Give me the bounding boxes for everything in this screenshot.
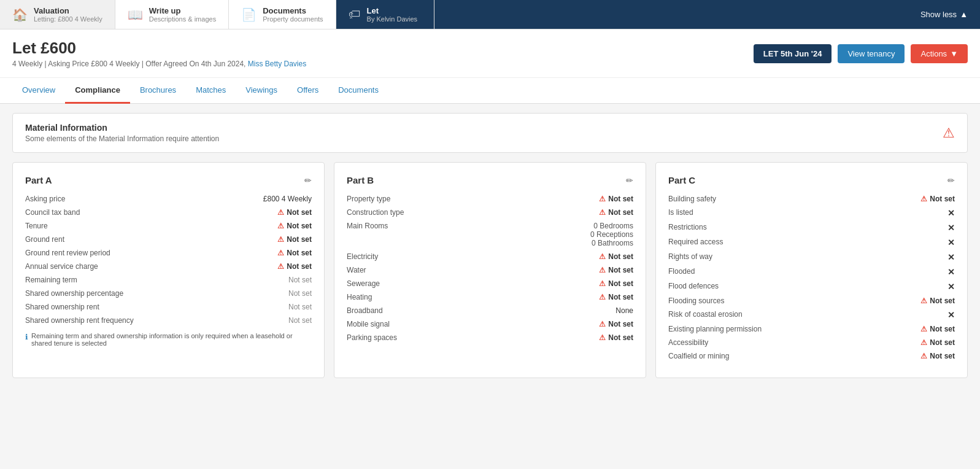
ground-rent-review-value: ⚠ Not set	[277, 249, 312, 257]
row-building-safety: Building safety ⚠ Not set	[668, 195, 955, 203]
mobile-signal-value: ⚠ Not set	[599, 320, 633, 328]
actions-label: Actions	[920, 49, 947, 58]
material-info-banner: Material Information Some elements of th…	[12, 113, 968, 153]
heating-value: ⚠ Not set	[599, 293, 633, 301]
alert-title: Material Information	[25, 123, 219, 133]
warn-icon: ⚠	[920, 352, 927, 360]
row-rights-of-way: Rights of way ✕	[668, 252, 955, 262]
nav-let[interactable]: 🏷 Let By Kelvin Davies	[336, 0, 434, 29]
part-b-header: Part B ✏	[347, 175, 633, 185]
part-c-header: Part C ✏	[668, 175, 955, 185]
nav-writeup-title: Write up	[149, 6, 216, 15]
warn-icon: ⚠	[599, 195, 606, 203]
row-main-rooms: Main Rooms 0 Bedrooms 0 Receptions 0 Bat…	[347, 222, 633, 247]
tab-documents[interactable]: Documents	[328, 78, 388, 104]
row-restrictions: Restrictions ✕	[668, 223, 955, 233]
parking-spaces-value: ⚠ Not set	[599, 333, 633, 342]
asking-price-value: £800 4 Weekly	[263, 195, 312, 203]
price-details: 4 Weekly | Asking Price £800 4 Weekly | …	[12, 60, 245, 68]
coastal-erosion-value: ✕	[947, 310, 955, 320]
nav-writeup[interactable]: 📖 Write up Descriptions & images	[115, 0, 229, 29]
coastal-erosion-label: Risk of coastal erosion	[668, 310, 743, 319]
tenant-link[interactable]: Miss Betty Davies	[248, 60, 306, 68]
info-icon: ℹ	[25, 333, 28, 341]
tab-brochures[interactable]: Brochures	[130, 78, 186, 104]
is-listed-label: Is listed	[668, 208, 693, 217]
warn-icon: ⚠	[920, 325, 927, 333]
tab-matches[interactable]: Matches	[186, 78, 236, 104]
nav-let-title: Let	[367, 6, 418, 15]
part-a-note: ℹ Remaining term and shared ownership in…	[25, 332, 312, 347]
electricity-value: ⚠ Not set	[599, 252, 633, 261]
row-accessibility: Accessibility ⚠ Not set	[668, 338, 955, 347]
main-rooms-label: Main Rooms	[347, 222, 388, 230]
row-remaining-term: Remaining term Not set	[25, 276, 312, 284]
part-a-card: Part A ✏ Asking price £800 4 Weekly Coun…	[12, 162, 325, 378]
planning-permission-value: ⚠ Not set	[920, 325, 955, 333]
heating-label: Heating	[347, 293, 372, 301]
property-price: Let £600	[12, 39, 306, 58]
row-shared-ownership-rent: Shared ownership rent Not set	[25, 303, 312, 311]
row-shared-ownership-freq: Shared ownership rent frequency Not set	[25, 316, 312, 325]
is-listed-value: ✕	[947, 208, 955, 218]
tab-viewings[interactable]: Viewings	[236, 78, 287, 104]
receptions-count: 0 Receptions	[590, 230, 633, 239]
show-less-button[interactable]: Show less ▲	[908, 0, 980, 29]
tenure-label: Tenure	[25, 222, 48, 230]
council-tax-label: Council tax band	[25, 208, 80, 217]
nav-valuation-sub: Letting: £800 4 Weekly	[34, 15, 102, 23]
row-council-tax: Council tax band ⚠ Not set	[25, 208, 312, 217]
nav-documents[interactable]: 📄 Documents Property documents	[229, 0, 336, 29]
warn-icon: ⚠	[277, 208, 284, 217]
coalfield-mining-value: ⚠ Not set	[920, 352, 955, 360]
broadband-value: None	[615, 306, 633, 315]
flood-defences-value: ✕	[947, 282, 955, 292]
top-navigation: 🏠 Valuation Letting: £800 4 Weekly 📖 Wri…	[0, 0, 980, 29]
let-date-button[interactable]: LET 5th Jun '24	[754, 44, 832, 63]
row-sewerage: Sewerage ⚠ Not set	[347, 279, 633, 288]
row-ground-rent: Ground rent ⚠ Not set	[25, 235, 312, 244]
warn-icon: ⚠	[277, 262, 284, 271]
nav-spacer	[434, 0, 908, 29]
home-icon: 🏠	[12, 7, 28, 22]
main-rooms-value: 0 Bedrooms 0 Receptions 0 Bathrooms	[590, 222, 633, 247]
row-parking-spaces: Parking spaces ⚠ Not set	[347, 333, 633, 342]
rights-of-way-label: Rights of way	[668, 252, 712, 261]
tab-overview[interactable]: Overview	[12, 78, 65, 104]
tab-offers[interactable]: Offers	[287, 78, 328, 104]
part-a-edit-icon[interactable]: ✏	[304, 176, 312, 185]
part-b-edit-icon[interactable]: ✏	[626, 176, 633, 185]
sewerage-value: ⚠ Not set	[599, 279, 633, 288]
part-c-edit-icon[interactable]: ✏	[947, 176, 955, 185]
row-mobile-signal: Mobile signal ⚠ Not set	[347, 320, 633, 328]
chevron-down-icon: ▼	[950, 49, 958, 58]
warn-icon: ⚠	[599, 252, 606, 261]
warn-icon: ⚠	[277, 222, 284, 230]
price-label: Let £600	[12, 39, 76, 57]
nav-writeup-sub: Descriptions & images	[149, 15, 216, 23]
tab-compliance[interactable]: Compliance	[65, 78, 130, 104]
view-tenancy-button[interactable]: View tenancy	[838, 44, 905, 63]
bathrooms-count: 0 Bathrooms	[590, 239, 633, 247]
property-type-label: Property type	[347, 195, 390, 203]
row-flooding-sources: Flooding sources ⚠ Not set	[668, 297, 955, 305]
actions-button[interactable]: Actions ▼	[911, 44, 968, 63]
chevron-up-icon: ▲	[960, 10, 968, 19]
warn-icon: ⚠	[599, 293, 606, 301]
part-b-card: Part B ✏ Property type ⚠ Not set Constru…	[334, 162, 646, 378]
warn-icon: ⚠	[599, 279, 606, 288]
row-asking-price: Asking price £800 4 Weekly	[25, 195, 312, 203]
warn-icon: ⚠	[920, 338, 927, 347]
building-safety-label: Building safety	[668, 195, 716, 203]
warn-icon: ⚠	[599, 320, 606, 328]
accessibility-label: Accessibility	[668, 338, 708, 347]
warn-icon: ⚠	[920, 195, 927, 203]
shared-ownership-freq-label: Shared ownership rent frequency	[25, 316, 134, 325]
accessibility-value: ⚠ Not set	[920, 338, 955, 347]
nav-valuation[interactable]: 🏠 Valuation Letting: £800 4 Weekly	[0, 0, 115, 29]
part-a-note-text: Remaining term and shared ownership info…	[31, 332, 312, 347]
shared-ownership-freq-value: Not set	[288, 316, 312, 325]
flooding-sources-label: Flooding sources	[668, 297, 724, 305]
broadband-label: Broadband	[347, 306, 383, 315]
flooded-label: Flooded	[668, 267, 695, 276]
